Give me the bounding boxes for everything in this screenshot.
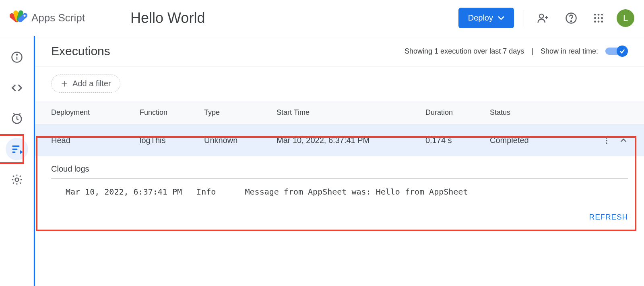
svg-rect-22	[12, 149, 17, 150]
svg-point-13	[601, 17, 603, 19]
project-title[interactable]: Hello World	[130, 10, 205, 27]
collapse-button[interactable]	[619, 136, 628, 145]
column-type[interactable]: Type	[204, 108, 277, 117]
refresh-button[interactable]: REFRESH	[589, 213, 628, 222]
svg-point-24	[15, 178, 19, 182]
svg-point-15	[598, 21, 600, 23]
realtime-label: Show in real time:	[541, 47, 598, 56]
account-avatar[interactable]: L	[617, 9, 634, 27]
logo-section: Apps Script	[10, 9, 122, 27]
svg-point-27	[606, 142, 607, 144]
divider	[524, 10, 524, 26]
column-duration[interactable]: Duration	[425, 108, 490, 117]
more-options-button[interactable]	[602, 136, 611, 145]
page-title: Executions	[51, 44, 110, 58]
svg-rect-21	[12, 145, 19, 147]
info-icon	[11, 51, 23, 63]
divider: |	[531, 47, 533, 56]
column-function[interactable]: Function	[140, 108, 204, 117]
logs-title: Cloud logs	[51, 164, 628, 174]
svg-point-11	[594, 17, 596, 19]
svg-point-19	[17, 54, 17, 55]
check-icon	[619, 48, 625, 54]
cell-function: logThis	[140, 136, 204, 145]
help-icon	[565, 12, 577, 24]
svg-point-4	[24, 15, 26, 17]
logs-section: Cloud logs Mar 10, 2022, 6:37:41 PM Info…	[35, 156, 644, 205]
sidebar-item-executions[interactable]	[6, 138, 28, 160]
apps-launcher-button[interactable]	[590, 10, 607, 27]
cell-status: Completed	[490, 136, 578, 145]
page-header: Executions Showing 1 execution over last…	[35, 36, 644, 66]
svg-point-14	[594, 21, 596, 23]
execution-row[interactable]: Head logThis Unknown Mar 10, 2022, 6:37:…	[35, 124, 644, 156]
sidebar-item-triggers[interactable]	[6, 107, 28, 130]
table-header: Deployment Function Type Start Time Dura…	[35, 101, 644, 124]
svg-point-8	[594, 13, 596, 15]
sidebar-item-settings[interactable]	[6, 168, 28, 191]
cell-type: Unknown	[204, 136, 277, 145]
share-button[interactable]	[534, 9, 552, 27]
cell-deployment: Head	[51, 136, 140, 145]
sidebar	[0, 36, 34, 286]
execution-summary: Showing 1 execution over last 7 days	[405, 47, 524, 56]
dropdown-icon	[498, 16, 504, 20]
help-button[interactable]	[562, 9, 580, 27]
svg-point-26	[606, 140, 607, 141]
column-status[interactable]: Status	[490, 108, 578, 117]
svg-point-12	[598, 17, 600, 19]
deploy-button[interactable]: Deploy	[458, 8, 514, 28]
page-header-right: Showing 1 execution over last 7 days | S…	[405, 46, 628, 57]
cell-duration: 0.174 s	[425, 136, 490, 145]
cell-start-time: Mar 10, 2022, 6:37:41 PM	[277, 136, 425, 145]
person-add-icon	[537, 12, 549, 24]
svg-point-7	[571, 21, 572, 21]
app-header: Apps Script Hello World Deploy	[0, 0, 644, 36]
product-name: Apps Script	[31, 12, 85, 24]
plus-icon	[60, 80, 68, 88]
filter-bar: Add a filter	[35, 66, 644, 101]
sidebar-item-overview[interactable]	[6, 46, 28, 68]
svg-point-10	[601, 13, 603, 15]
column-deployment[interactable]: Deployment	[51, 108, 140, 117]
apps-grid-icon	[593, 13, 604, 23]
apps-script-logo-icon	[10, 9, 27, 27]
header-actions: Deploy	[458, 8, 634, 28]
add-filter-label: Add a filter	[72, 79, 111, 88]
main-content: Executions Showing 1 execution over last…	[34, 36, 644, 286]
gear-icon	[11, 174, 23, 186]
realtime-toggle[interactable]	[605, 46, 628, 57]
svg-point-5	[539, 14, 543, 18]
column-start-time[interactable]: Start Time	[277, 108, 425, 117]
code-icon	[11, 82, 23, 94]
svg-rect-23	[12, 151, 15, 153]
clock-icon	[11, 112, 23, 124]
add-filter-button[interactable]: Add a filter	[51, 75, 120, 93]
deploy-label: Deploy	[468, 13, 493, 23]
svg-point-9	[598, 13, 600, 15]
log-entry: Mar 10, 2022, 6:37:41 PM Info Message fr…	[51, 179, 628, 205]
svg-point-25	[606, 137, 607, 139]
svg-point-16	[601, 21, 603, 23]
executions-icon	[11, 143, 23, 155]
sidebar-item-editor[interactable]	[6, 77, 28, 99]
refresh-bar: REFRESH	[35, 205, 644, 230]
